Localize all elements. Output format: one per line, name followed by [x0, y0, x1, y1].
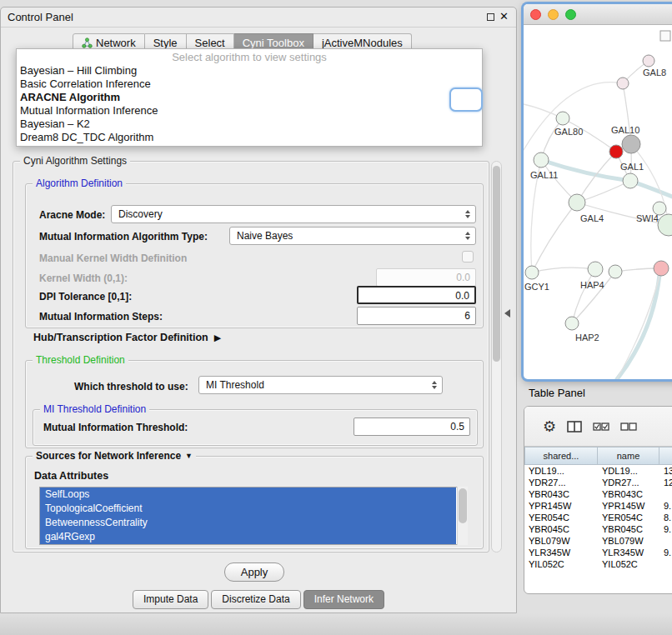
table-row[interactable]: YBR043CYBR043C: [524, 488, 672, 500]
table-row[interactable]: YDR27...YDR27...12: [524, 477, 672, 488]
chevron-right-icon[interactable]: ▶: [214, 332, 221, 343]
table-column-header[interactable]: shared...: [524, 447, 598, 465]
network-node-gcy1[interactable]: [525, 266, 539, 279]
table-column-header[interactable]: name: [598, 447, 659, 465]
attribute-item-selfloops[interactable]: SelfLoops: [40, 488, 456, 502]
close-icon[interactable]: ✕: [499, 10, 509, 22]
table-cell: YBR045C: [598, 523, 659, 535]
manual-kernel-width-checkbox: [462, 251, 474, 262]
network-window-titlebar[interactable]: [524, 4, 672, 25]
minimize-traffic-light[interactable]: [548, 9, 559, 20]
gear-icon[interactable]: ⚙: [543, 419, 556, 434]
algorithm-option-bayesian-k2[interactable]: Bayesian – K2: [17, 118, 482, 131]
deselect-all-columns-icon[interactable]: [620, 422, 637, 432]
table-header: shared...name: [524, 447, 672, 465]
bottom-tab-impute-data[interactable]: Impute Data: [133, 590, 208, 609]
aracne-mode-label: Aracne Mode:: [39, 209, 105, 221]
algorithm-option-aracne-algorithm[interactable]: ARACNE Algorithm: [17, 91, 482, 104]
node-label: HAP4: [580, 280, 604, 290]
table-cell: 12: [659, 477, 672, 488]
table-row[interactable]: YBR045CYBR045C9.: [524, 523, 672, 535]
network-node-gal8[interactable]: [643, 55, 654, 67]
focused-combobox-fragment[interactable]: [449, 88, 483, 112]
bottom-tab-infer-network[interactable]: Infer Network: [303, 590, 384, 609]
attribute-item-betweennesscentrality[interactable]: BetweennessCentrality: [40, 516, 456, 530]
panel-collapse-arrow-icon[interactable]: [504, 309, 510, 318]
sources-title: Sources for Network Inference ▼: [33, 450, 196, 462]
table-row[interactable]: YLR345WYLR345W9.: [524, 547, 672, 558]
network-node[interactable]: [658, 214, 672, 236]
table-cell: [659, 535, 672, 547]
float-window-icon[interactable]: [487, 13, 494, 21]
network-node[interactable]: [617, 78, 629, 89]
table-panel-window: ⚙ shared...name YDL19...YDL19...13YDR27.…: [524, 406, 672, 594]
table-row[interactable]: YBL079WYBL079W: [524, 535, 672, 547]
algorithm-dropdown-prompt: Select algorithm to view settings: [17, 51, 482, 64]
table-cell: YBR043C: [524, 488, 598, 500]
algorithm-option-dream8-dc-tdc-algorithm[interactable]: Dream8 DC_TDC Algorithm: [17, 131, 482, 144]
node-label: GCY1: [524, 282, 549, 292]
algorithm-option-mutual-information-inference[interactable]: Mutual Information Inference: [17, 104, 482, 118]
dpi-tolerance-label: DPI Tolerance [0,1]:: [39, 291, 132, 302]
network-node-gal4[interactable]: [569, 194, 585, 211]
sources-title-text: Sources for Network Inference: [36, 450, 181, 462]
network-edge: [524, 82, 623, 150]
cyni-algorithm-settings-title: Cyni Algorithm Settings: [20, 155, 130, 167]
scrollbar-thumb[interactable]: [493, 166, 500, 362]
bottom-tab-discretize-data[interactable]: Discretize Data: [211, 590, 300, 609]
table-row[interactable]: YPR145WYPR145W9.: [524, 500, 672, 512]
control-panel-titlebar[interactable]: Control Panel ✕: [1, 8, 516, 28]
mi-threshold-definition-title: MI Threshold Definition: [40, 403, 149, 415]
table-row[interactable]: YIL052CYIL052C: [524, 558, 672, 570]
aracne-mode-select[interactable]: Discovery: [111, 205, 476, 223]
network-node-gal80[interactable]: [556, 112, 569, 125]
algorithm-option-bayesian-hill-climbing[interactable]: Bayesian – Hill Climbing: [17, 64, 482, 78]
network-node-gal10[interactable]: [622, 135, 640, 153]
network-node[interactable]: [609, 145, 623, 158]
attribute-item-topologicalcoefficient[interactable]: TopologicalCoefficient: [40, 502, 456, 516]
settings-scrollbar[interactable]: [491, 161, 502, 552]
tab-label: Style: [153, 37, 178, 49]
network-node-gal1[interactable]: [623, 173, 638, 188]
network-node[interactable]: [654, 261, 669, 276]
table-row[interactable]: YER054CYER054C8.: [524, 512, 672, 523]
network-node-hap2[interactable]: [565, 317, 579, 330]
data-attributes-list[interactable]: SelfLoopsTopologicalCoefficientBetweenne…: [39, 487, 468, 545]
dpi-tolerance-input[interactable]: 0.0: [357, 286, 476, 304]
table-column-header[interactable]: [659, 447, 672, 465]
network-edge: [617, 268, 661, 379]
algorithm-definition-group: Algorithm Definition Aracne Mode: Discov…: [25, 183, 484, 328]
scrollbar-thumb[interactable]: [459, 488, 467, 523]
table-body: YDL19...YDL19...13YDR27...YDR27...12YBR0…: [524, 465, 672, 570]
node-label: GAL8: [643, 68, 666, 78]
chevron-down-icon[interactable]: ▼: [185, 452, 193, 460]
mi-threshold-input[interactable]: 0.5: [354, 418, 470, 436]
network-node-hap4[interactable]: [588, 262, 603, 277]
hub-transcription-factor-section[interactable]: Hub/Transcription Factor Definition ▶: [33, 332, 221, 343]
table-cell: YBR045C: [524, 523, 598, 535]
zoom-traffic-light[interactable]: [565, 9, 576, 20]
table-row[interactable]: YDL19...YDL19...13: [524, 465, 672, 477]
tab-label: Network: [96, 37, 136, 49]
node-label: GAL11: [530, 170, 558, 180]
table-cell: YLR345W: [598, 547, 659, 558]
algorithm-option-basic-correlation-inference[interactable]: Basic Correlation Inference: [17, 78, 482, 91]
network-node-gal11[interactable]: [534, 152, 549, 168]
table-cell: 13: [659, 465, 672, 477]
threshold-definition-title: Threshold Definition: [33, 354, 128, 366]
mi-steps-input[interactable]: 6: [357, 307, 476, 325]
table-cell: [659, 488, 672, 500]
network-node[interactable]: [609, 265, 622, 278]
mi-algorithm-type-select[interactable]: Naive Bayes: [229, 227, 476, 245]
select-all-columns-icon[interactable]: [593, 422, 609, 432]
apply-button[interactable]: Apply: [224, 562, 284, 582]
close-traffic-light[interactable]: [530, 9, 541, 20]
which-threshold-select[interactable]: MI Threshold: [198, 376, 443, 394]
attribute-item-gal4rgexp[interactable]: gal4RGexp: [40, 530, 456, 544]
columns-icon[interactable]: [567, 421, 582, 432]
network-canvas[interactable]: GAL8GAL80GAL10GAL11GAL1SWI4GAL4GCY1HAP4H…: [524, 25, 672, 379]
table-cell: YIL052C: [598, 558, 659, 570]
tab-label: Cyni Toolbox: [243, 37, 304, 49]
attributes-list-scrollbar[interactable]: [457, 487, 468, 545]
control-panel-window: Control Panel ✕ NetworkStyleSelectCyni T…: [0, 7, 517, 613]
